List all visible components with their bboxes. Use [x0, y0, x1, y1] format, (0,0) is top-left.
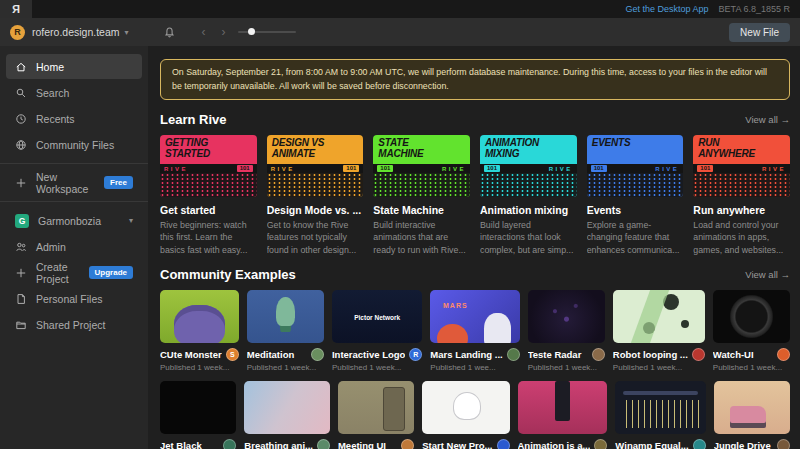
learn-poster: ANIMATIONMIXING 101RIVE [480, 135, 577, 197]
community-card-title: Start New Pro... [422, 440, 492, 449]
sidebar: Home Search Recents Community Files N [0, 46, 148, 449]
community-view-all-link[interactable]: View all → [745, 269, 790, 280]
sidebar-team-selector[interactable]: G Garmonbozia ▾ [6, 208, 142, 233]
learn-poster: DESIGN VSANIMATE RIVE101 [267, 135, 364, 197]
community-card-title: Interactive Logo [332, 349, 405, 360]
author-avatar[interactable] [311, 348, 324, 361]
learn-card-run-anywhere[interactable]: RUNANYWHERE 101RIVE Run anywhere Load an… [693, 135, 790, 255]
author-avatar[interactable] [692, 348, 705, 361]
new-file-button[interactable]: New File [729, 23, 790, 42]
learn-card-animation-mixing[interactable]: ANIMATIONMIXING 101RIVE Animation mixing… [480, 135, 577, 255]
learn-card-events[interactable]: EVENTS 101RIVE Events Explore a game-cha… [587, 135, 684, 255]
community-card-robot-looping[interactable]: Robot looping ... Published 1 week... [613, 290, 705, 372]
workspace-avatar[interactable]: R [10, 25, 25, 40]
sidebar-item-community-files[interactable]: Community Files [6, 132, 142, 157]
sidebar-item-admin[interactable]: Admin [6, 234, 142, 259]
author-avatar[interactable] [497, 439, 510, 449]
community-thumbnail [713, 290, 790, 343]
community-card-meeting-ui[interactable]: Meeting UI Published 1 week... [338, 381, 414, 449]
zoom-slider[interactable] [238, 25, 296, 39]
learn-rive-heading: Learn Rive [160, 112, 226, 127]
folder-icon [15, 319, 27, 331]
author-avatar[interactable] [401, 439, 414, 449]
sidebar-item-recents[interactable]: Recents [6, 106, 142, 131]
community-card-title: Animation is a... [518, 440, 591, 449]
learn-card-state-machine[interactable]: STATEMACHINE 101RIVE State Machine Build… [373, 135, 470, 255]
sidebar-item-home[interactable]: Home [6, 54, 142, 79]
author-avatar[interactable] [223, 439, 236, 449]
community-card-meta: Published 1 week... [247, 363, 324, 372]
poster-badge: 101 [697, 165, 713, 172]
community-card-meta: Published 1 week... [528, 363, 605, 372]
author-avatar[interactable] [693, 439, 706, 449]
author-avatar[interactable] [317, 439, 330, 449]
community-card-title: Robot looping ... [613, 349, 688, 360]
team-avatar: G [15, 214, 29, 228]
history-forward-button[interactable]: › [222, 26, 226, 38]
sidebar-item-label: Search [36, 87, 69, 99]
workspace-selector[interactable]: rofero.design.team [32, 26, 120, 38]
community-card-mars-landing[interactable]: MARS Mars Landing ... Published 1 wee... [430, 290, 519, 372]
sidebar-divider [0, 163, 148, 164]
sidebar-item-shared-project[interactable]: Shared Project [6, 312, 142, 337]
maintenance-banner-text: On Saturday, September 21, from 8:00 AM … [172, 67, 767, 91]
zoom-slider-thumb[interactable] [248, 28, 255, 35]
community-card-meditation[interactable]: Meditation Published 1 week... [247, 290, 324, 372]
author-avatar[interactable] [777, 348, 790, 361]
learn-card-description: Rive beginners: watch this first. Learn … [160, 219, 257, 255]
community-card-jungle-drive[interactable]: Jungle Drive Published 2 wee... [714, 381, 790, 449]
sidebar-item-label: Home [36, 61, 64, 73]
learn-card-title: Animation mixing [480, 204, 577, 216]
community-thumbnail [247, 290, 324, 343]
chevron-down-icon: ▾ [129, 216, 133, 225]
community-card-cute-monster[interactable]: CUte MonsterS Published 1 week... [160, 290, 239, 372]
author-avatar[interactable]: S [226, 348, 239, 361]
learn-card-getting-started[interactable]: GETTINGSTARTED RIVE101 Get started Rive … [160, 135, 257, 255]
community-thumbnail [244, 381, 330, 434]
sidebar-item-new-workspace[interactable]: New Workspace Free [6, 170, 142, 195]
community-card-watch-ui[interactable]: Watch-UI Published 1 week... [713, 290, 790, 372]
poster-brand: RIVE [549, 166, 573, 172]
search-icon [15, 87, 27, 99]
learn-card-design-vs-animate[interactable]: DESIGN VSANIMATE RIVE101 Design Mode vs.… [267, 135, 364, 255]
poster-badge: 101 [591, 165, 607, 172]
community-card-title: Meditation [247, 349, 307, 360]
community-card-start-new-project[interactable]: Start New Pro... Published 1 week... [422, 381, 509, 449]
community-grid-row-1: CUte MonsterS Published 1 week... Medita… [160, 290, 790, 372]
community-card-title: Jet Black [160, 440, 219, 449]
community-thumbnail [615, 381, 705, 434]
poster-pattern [480, 173, 577, 197]
author-avatar[interactable] [592, 348, 605, 361]
get-desktop-app-link[interactable]: Get the Desktop App [626, 4, 709, 14]
community-card-teste-radar[interactable]: Teste Radar Published 1 week... [528, 290, 605, 372]
sidebar-item-personal-files[interactable]: Personal Files [6, 286, 142, 311]
learn-card-title: Get started [160, 204, 257, 216]
community-card-winamp-equalizer[interactable]: Winamp Equal... Published 2 wee... [615, 381, 705, 449]
author-avatar[interactable] [507, 348, 520, 361]
community-card-breathing-animation[interactable]: Breathing ani... Published 1 week... [244, 381, 330, 449]
author-avatar[interactable]: R [409, 348, 422, 361]
learn-view-all-link[interactable]: View all → [745, 114, 790, 125]
titlebar: R Get the Desktop App BETA 6.8_1855 R [0, 0, 800, 18]
history-back-button[interactable]: ‹ [202, 26, 206, 38]
sidebar-item-label: Community Files [36, 139, 114, 151]
community-card-animation-is-a[interactable]: Animation is a... Published 2 wee... [518, 381, 608, 449]
community-card-interactive-logo[interactable]: Pictor Network Interactive LogoR Publish… [332, 290, 422, 372]
rive-logo-icon: R [12, 3, 20, 15]
author-avatar[interactable] [777, 439, 790, 449]
community-card-title: Teste Radar [528, 349, 588, 360]
sidebar-item-label: Create Project [36, 261, 80, 285]
notifications-bell-icon[interactable] [163, 26, 176, 39]
sidebar-item-search[interactable]: Search [6, 80, 142, 105]
rive-logo-tab[interactable]: R [0, 0, 32, 18]
maintenance-banner: On Saturday, September 21, from 8:00 AM … [160, 59, 790, 100]
sidebar-item-create-project[interactable]: Create Project Upgrade [6, 260, 142, 285]
community-card-title: Jungle Drive [714, 440, 773, 449]
learn-card-title: State Machine [373, 204, 470, 216]
community-thumbnail [422, 381, 509, 434]
learn-card-description: Build layered interactions that look com… [480, 219, 577, 255]
author-avatar[interactable] [594, 439, 607, 449]
poster-brand: RIVE [762, 166, 786, 172]
community-card-jet-black[interactable]: Jet Black Published 1 week... [160, 381, 236, 449]
upgrade-badge: Upgrade [89, 266, 133, 279]
